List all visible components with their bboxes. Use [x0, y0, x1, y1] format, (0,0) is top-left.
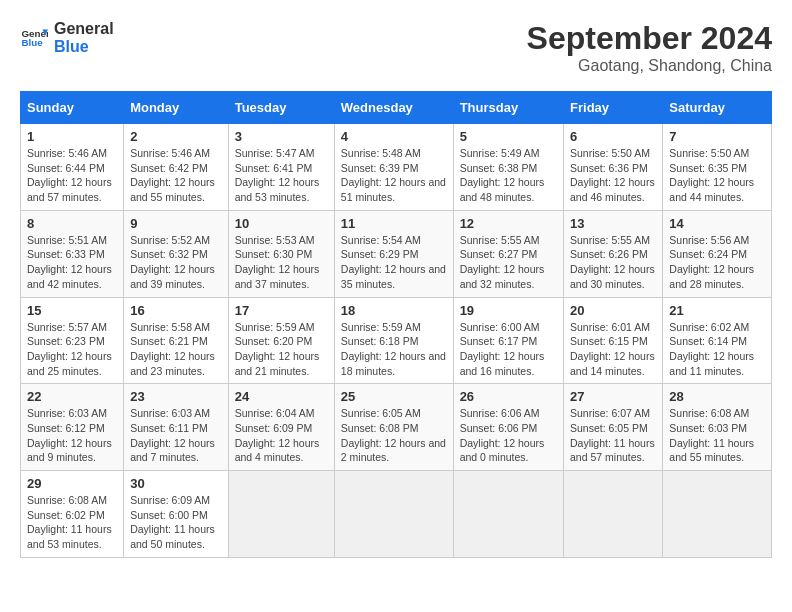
day-info: Sunrise: 5:54 AM Sunset: 6:29 PM Dayligh… — [341, 233, 447, 292]
calendar-cell: 26Sunrise: 6:06 AM Sunset: 6:06 PM Dayli… — [453, 384, 563, 471]
calendar-table: SundayMondayTuesdayWednesdayThursdayFrid… — [20, 91, 772, 558]
day-info: Sunrise: 5:52 AM Sunset: 6:32 PM Dayligh… — [130, 233, 222, 292]
title-area: September 2024 Gaotang, Shandong, China — [527, 20, 772, 75]
calendar-cell: 22Sunrise: 6:03 AM Sunset: 6:12 PM Dayli… — [21, 384, 124, 471]
location-title: Gaotang, Shandong, China — [527, 57, 772, 75]
day-info: Sunrise: 6:07 AM Sunset: 6:05 PM Dayligh… — [570, 406, 656, 465]
calendar-cell: 8Sunrise: 5:51 AM Sunset: 6:33 PM Daylig… — [21, 210, 124, 297]
day-info: Sunrise: 6:04 AM Sunset: 6:09 PM Dayligh… — [235, 406, 328, 465]
day-number: 29 — [27, 476, 117, 491]
col-header-wednesday: Wednesday — [334, 92, 453, 124]
day-info: Sunrise: 6:05 AM Sunset: 6:08 PM Dayligh… — [341, 406, 447, 465]
day-number: 3 — [235, 129, 328, 144]
day-number: 26 — [460, 389, 557, 404]
day-info: Sunrise: 6:08 AM Sunset: 6:02 PM Dayligh… — [27, 493, 117, 552]
day-info: Sunrise: 5:46 AM Sunset: 6:42 PM Dayligh… — [130, 146, 222, 205]
calendar-cell: 4Sunrise: 5:48 AM Sunset: 6:39 PM Daylig… — [334, 124, 453, 211]
day-number: 22 — [27, 389, 117, 404]
col-header-tuesday: Tuesday — [228, 92, 334, 124]
calendar-cell: 20Sunrise: 6:01 AM Sunset: 6:15 PM Dayli… — [564, 297, 663, 384]
day-number: 2 — [130, 129, 222, 144]
calendar-cell: 19Sunrise: 6:00 AM Sunset: 6:17 PM Dayli… — [453, 297, 563, 384]
day-number: 1 — [27, 129, 117, 144]
day-number: 27 — [570, 389, 656, 404]
day-number: 6 — [570, 129, 656, 144]
calendar-cell: 6Sunrise: 5:50 AM Sunset: 6:36 PM Daylig… — [564, 124, 663, 211]
calendar-week-3: 15Sunrise: 5:57 AM Sunset: 6:23 PM Dayli… — [21, 297, 772, 384]
day-number: 10 — [235, 216, 328, 231]
calendar-week-4: 22Sunrise: 6:03 AM Sunset: 6:12 PM Dayli… — [21, 384, 772, 471]
day-number: 8 — [27, 216, 117, 231]
day-info: Sunrise: 6:08 AM Sunset: 6:03 PM Dayligh… — [669, 406, 765, 465]
calendar-cell: 15Sunrise: 5:57 AM Sunset: 6:23 PM Dayli… — [21, 297, 124, 384]
day-number: 9 — [130, 216, 222, 231]
day-info: Sunrise: 5:55 AM Sunset: 6:26 PM Dayligh… — [570, 233, 656, 292]
day-info: Sunrise: 6:01 AM Sunset: 6:15 PM Dayligh… — [570, 320, 656, 379]
calendar-week-5: 29Sunrise: 6:08 AM Sunset: 6:02 PM Dayli… — [21, 471, 772, 558]
calendar-cell: 28Sunrise: 6:08 AM Sunset: 6:03 PM Dayli… — [663, 384, 772, 471]
calendar-cell: 16Sunrise: 5:58 AM Sunset: 6:21 PM Dayli… — [124, 297, 229, 384]
day-info: Sunrise: 5:48 AM Sunset: 6:39 PM Dayligh… — [341, 146, 447, 205]
calendar-cell: 14Sunrise: 5:56 AM Sunset: 6:24 PM Dayli… — [663, 210, 772, 297]
logo-icon: General Blue — [20, 24, 48, 52]
calendar-cell: 9Sunrise: 5:52 AM Sunset: 6:32 PM Daylig… — [124, 210, 229, 297]
calendar-cell: 24Sunrise: 6:04 AM Sunset: 6:09 PM Dayli… — [228, 384, 334, 471]
calendar-cell: 10Sunrise: 5:53 AM Sunset: 6:30 PM Dayli… — [228, 210, 334, 297]
logo-blue: Blue — [54, 38, 114, 56]
calendar-cell: 18Sunrise: 5:59 AM Sunset: 6:18 PM Dayli… — [334, 297, 453, 384]
day-number: 30 — [130, 476, 222, 491]
calendar-cell: 2Sunrise: 5:46 AM Sunset: 6:42 PM Daylig… — [124, 124, 229, 211]
calendar-cell: 25Sunrise: 6:05 AM Sunset: 6:08 PM Dayli… — [334, 384, 453, 471]
day-number: 5 — [460, 129, 557, 144]
day-info: Sunrise: 5:53 AM Sunset: 6:30 PM Dayligh… — [235, 233, 328, 292]
day-number: 15 — [27, 303, 117, 318]
day-number: 13 — [570, 216, 656, 231]
day-info: Sunrise: 5:51 AM Sunset: 6:33 PM Dayligh… — [27, 233, 117, 292]
day-info: Sunrise: 5:57 AM Sunset: 6:23 PM Dayligh… — [27, 320, 117, 379]
day-info: Sunrise: 5:49 AM Sunset: 6:38 PM Dayligh… — [460, 146, 557, 205]
day-number: 24 — [235, 389, 328, 404]
col-header-sunday: Sunday — [21, 92, 124, 124]
calendar-cell — [228, 471, 334, 558]
day-info: Sunrise: 6:03 AM Sunset: 6:12 PM Dayligh… — [27, 406, 117, 465]
calendar-cell: 13Sunrise: 5:55 AM Sunset: 6:26 PM Dayli… — [564, 210, 663, 297]
day-info: Sunrise: 5:58 AM Sunset: 6:21 PM Dayligh… — [130, 320, 222, 379]
col-header-monday: Monday — [124, 92, 229, 124]
day-number: 18 — [341, 303, 447, 318]
day-number: 23 — [130, 389, 222, 404]
calendar-cell: 29Sunrise: 6:08 AM Sunset: 6:02 PM Dayli… — [21, 471, 124, 558]
day-number: 14 — [669, 216, 765, 231]
day-number: 12 — [460, 216, 557, 231]
day-number: 7 — [669, 129, 765, 144]
day-number: 28 — [669, 389, 765, 404]
calendar-week-2: 8Sunrise: 5:51 AM Sunset: 6:33 PM Daylig… — [21, 210, 772, 297]
calendar-cell: 7Sunrise: 5:50 AM Sunset: 6:35 PM Daylig… — [663, 124, 772, 211]
calendar-cell — [564, 471, 663, 558]
calendar-cell: 27Sunrise: 6:07 AM Sunset: 6:05 PM Dayli… — [564, 384, 663, 471]
day-info: Sunrise: 5:59 AM Sunset: 6:20 PM Dayligh… — [235, 320, 328, 379]
calendar-cell: 11Sunrise: 5:54 AM Sunset: 6:29 PM Dayli… — [334, 210, 453, 297]
day-number: 16 — [130, 303, 222, 318]
day-number: 21 — [669, 303, 765, 318]
calendar-cell — [334, 471, 453, 558]
col-header-saturday: Saturday — [663, 92, 772, 124]
calendar-cell: 17Sunrise: 5:59 AM Sunset: 6:20 PM Dayli… — [228, 297, 334, 384]
calendar-cell — [663, 471, 772, 558]
calendar-cell: 1Sunrise: 5:46 AM Sunset: 6:44 PM Daylig… — [21, 124, 124, 211]
calendar-cell: 30Sunrise: 6:09 AM Sunset: 6:00 PM Dayli… — [124, 471, 229, 558]
logo-general: General — [54, 20, 114, 38]
day-number: 11 — [341, 216, 447, 231]
day-info: Sunrise: 5:46 AM Sunset: 6:44 PM Dayligh… — [27, 146, 117, 205]
calendar-cell: 5Sunrise: 5:49 AM Sunset: 6:38 PM Daylig… — [453, 124, 563, 211]
col-header-friday: Friday — [564, 92, 663, 124]
day-info: Sunrise: 5:55 AM Sunset: 6:27 PM Dayligh… — [460, 233, 557, 292]
calendar-cell: 12Sunrise: 5:55 AM Sunset: 6:27 PM Dayli… — [453, 210, 563, 297]
day-info: Sunrise: 5:56 AM Sunset: 6:24 PM Dayligh… — [669, 233, 765, 292]
calendar-cell: 3Sunrise: 5:47 AM Sunset: 6:41 PM Daylig… — [228, 124, 334, 211]
calendar-cell — [453, 471, 563, 558]
calendar-cell: 21Sunrise: 6:02 AM Sunset: 6:14 PM Dayli… — [663, 297, 772, 384]
svg-text:Blue: Blue — [21, 37, 43, 48]
day-number: 19 — [460, 303, 557, 318]
day-info: Sunrise: 6:00 AM Sunset: 6:17 PM Dayligh… — [460, 320, 557, 379]
day-number: 20 — [570, 303, 656, 318]
